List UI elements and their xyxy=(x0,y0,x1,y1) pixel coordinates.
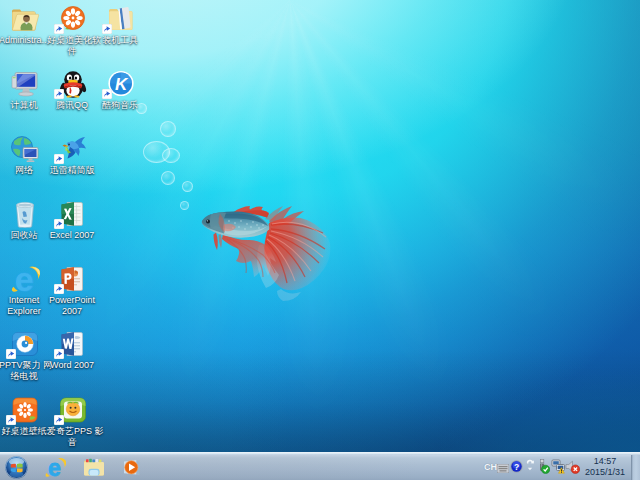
svg-text:K: K xyxy=(115,75,129,94)
svg-text:?: ? xyxy=(514,462,519,472)
svg-text:e: e xyxy=(48,457,61,478)
svg-text:e: e xyxy=(15,265,34,293)
